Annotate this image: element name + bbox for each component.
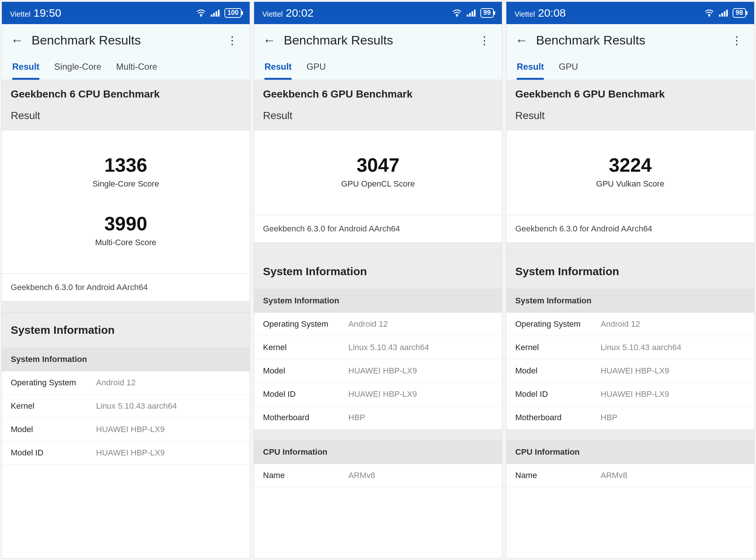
svg-rect-11 bbox=[719, 14, 720, 16]
back-icon[interactable]: ← bbox=[11, 33, 23, 47]
cpu-information-subheading: CPU Information bbox=[506, 441, 754, 464]
sysinfo-key: Model ID bbox=[515, 389, 601, 399]
sysinfo-key: Kernel bbox=[11, 401, 96, 411]
sysinfo-key: Motherboard bbox=[263, 413, 348, 422]
sysinfo-row: Operating SystemAndroid 12 bbox=[2, 371, 250, 395]
sysinfo-key: Model ID bbox=[11, 448, 96, 458]
sysinfo-value: HUAWEI HBP-LX9 bbox=[96, 425, 241, 434]
tab-gpu[interactable]: GPU bbox=[306, 57, 326, 80]
svg-rect-7 bbox=[469, 13, 471, 17]
wifi-icon bbox=[196, 9, 206, 17]
sysinfo-row: Model IDHUAWEI HBP-LX9 bbox=[506, 383, 754, 406]
benchmark-header: Geekbench 6 GPU Benchmark Result bbox=[254, 80, 502, 130]
sysinfo-value: Linux 5.10.43 aarch64 bbox=[601, 343, 745, 352]
system-information-heading: System Information bbox=[2, 313, 250, 348]
screen-gpu-vulkan: Viettel 20:08 98 ← Benchmark Results ⋮ R… bbox=[506, 1, 755, 559]
svg-rect-1 bbox=[211, 14, 212, 16]
system-information-subheading: System Information bbox=[506, 289, 754, 313]
benchmark-title: Geekbench 6 GPU Benchmark bbox=[263, 88, 493, 110]
score-label: Single-Core Score bbox=[2, 179, 250, 189]
clock: 19:50 bbox=[33, 7, 61, 19]
sysinfo-value: Linux 5.10.43 aarch64 bbox=[348, 343, 493, 352]
screen-cpu: Viettel 19:50 100 ← Benchmark Results ⋮ … bbox=[1, 1, 250, 559]
svg-rect-4 bbox=[218, 10, 220, 16]
cpuinfo-row: NameARMv8 bbox=[506, 464, 754, 487]
sysinfo-key: Model bbox=[11, 425, 96, 434]
score-value: 1336 bbox=[2, 154, 250, 176]
benchmark-header: Geekbench 6 GPU Benchmark Result bbox=[506, 80, 754, 130]
cpuinfo-key: Name bbox=[263, 471, 348, 480]
sysinfo-value: HBP bbox=[601, 413, 745, 422]
version-text: Geekbench 6.3.0 for Android AArch64 bbox=[254, 215, 502, 243]
svg-point-0 bbox=[201, 15, 202, 16]
carrier-label: Viettel bbox=[515, 10, 535, 19]
clock: 20:08 bbox=[538, 7, 566, 19]
system-information-heading: System Information bbox=[506, 254, 754, 289]
sysinfo-key: Operating System bbox=[11, 378, 96, 388]
score-value: 3224 bbox=[506, 154, 754, 176]
svg-rect-2 bbox=[213, 13, 215, 17]
sysinfo-value: Linux 5.10.43 aarch64 bbox=[96, 401, 241, 411]
app-bar: ← Benchmark Results ⋮ Result GPU bbox=[506, 24, 754, 80]
tab-single-core[interactable]: Single-Core bbox=[54, 57, 101, 80]
svg-rect-3 bbox=[216, 11, 217, 17]
sysinfo-row: ModelHUAWEI HBP-LX9 bbox=[506, 359, 754, 383]
system-information-subheading: System Information bbox=[254, 289, 502, 313]
system-information-subheading: System Information bbox=[2, 348, 250, 371]
status-bar: Viettel 20:08 98 bbox=[506, 2, 754, 24]
carrier-label: Viettel bbox=[10, 10, 30, 19]
spacer bbox=[254, 243, 502, 254]
page-title: Benchmark Results bbox=[536, 33, 720, 47]
spacer bbox=[506, 243, 754, 254]
sysinfo-row: KernelLinux 5.10.43 aarch64 bbox=[2, 395, 250, 418]
sysinfo-row: KernelLinux 5.10.43 aarch64 bbox=[254, 336, 502, 359]
version-text: Geekbench 6.3.0 for Android AArch64 bbox=[2, 274, 250, 302]
tab-result[interactable]: Result bbox=[12, 57, 39, 80]
status-bar: Viettel 19:50 100 bbox=[2, 2, 250, 24]
sysinfo-row: Model IDHUAWEI HBP-LX9 bbox=[254, 383, 502, 406]
svg-rect-8 bbox=[471, 11, 473, 17]
spacer bbox=[506, 429, 754, 441]
score-label: Multi-Core Score bbox=[2, 238, 250, 247]
svg-rect-9 bbox=[474, 10, 476, 16]
scores-panel: 3224 GPU Vulkan Score bbox=[506, 130, 754, 215]
tab-result[interactable]: Result bbox=[264, 57, 292, 80]
app-bar: ← Benchmark Results ⋮ Result Single-Core… bbox=[2, 24, 250, 80]
more-icon[interactable]: ⋮ bbox=[476, 34, 493, 47]
spacer bbox=[2, 302, 250, 313]
sysinfo-value: HUAWEI HBP-LX9 bbox=[348, 389, 493, 399]
sysinfo-key: Model ID bbox=[263, 389, 348, 399]
wifi-icon bbox=[704, 9, 714, 17]
sysinfo-value: HBP bbox=[348, 413, 493, 422]
battery-indicator: 98 bbox=[733, 8, 746, 18]
sysinfo-value: HUAWEI HBP-LX9 bbox=[96, 448, 241, 458]
tab-multi-core[interactable]: Multi-Core bbox=[116, 57, 157, 80]
screen-gpu-opencl: Viettel 20:02 99 ← Benchmark Results ⋮ R… bbox=[254, 1, 502, 559]
status-bar: Viettel 20:02 99 bbox=[254, 2, 502, 24]
back-icon[interactable]: ← bbox=[515, 33, 528, 47]
wifi-icon bbox=[452, 9, 462, 17]
more-icon[interactable]: ⋮ bbox=[224, 34, 241, 47]
single-core-score: 1336 Single-Core Score bbox=[2, 145, 250, 204]
signal-icon bbox=[210, 9, 220, 17]
sysinfo-row: Model IDHUAWEI HBP-LX9 bbox=[2, 441, 250, 465]
result-heading: Result bbox=[11, 110, 241, 122]
svg-point-5 bbox=[457, 15, 458, 16]
page-title: Benchmark Results bbox=[32, 33, 216, 47]
svg-rect-13 bbox=[724, 11, 725, 17]
tab-gpu[interactable]: GPU bbox=[559, 57, 578, 80]
sysinfo-key: Model bbox=[515, 366, 601, 376]
version-text: Geekbench 6.3.0 for Android AArch64 bbox=[506, 215, 754, 243]
scores-panel: 1336 Single-Core Score 3990 Multi-Core S… bbox=[2, 130, 250, 274]
back-icon[interactable]: ← bbox=[263, 33, 276, 47]
cpuinfo-key: Name bbox=[515, 471, 601, 480]
tab-result[interactable]: Result bbox=[517, 57, 544, 80]
more-icon[interactable]: ⋮ bbox=[728, 34, 745, 47]
svg-rect-12 bbox=[722, 13, 723, 17]
sysinfo-value: Android 12 bbox=[96, 378, 241, 388]
tabs: Result GPU bbox=[515, 56, 745, 80]
sysinfo-key: Kernel bbox=[263, 343, 348, 352]
result-heading: Result bbox=[515, 110, 745, 122]
sysinfo-row: MotherboardHBP bbox=[254, 406, 502, 429]
tabs: Result Single-Core Multi-Core bbox=[11, 56, 241, 80]
